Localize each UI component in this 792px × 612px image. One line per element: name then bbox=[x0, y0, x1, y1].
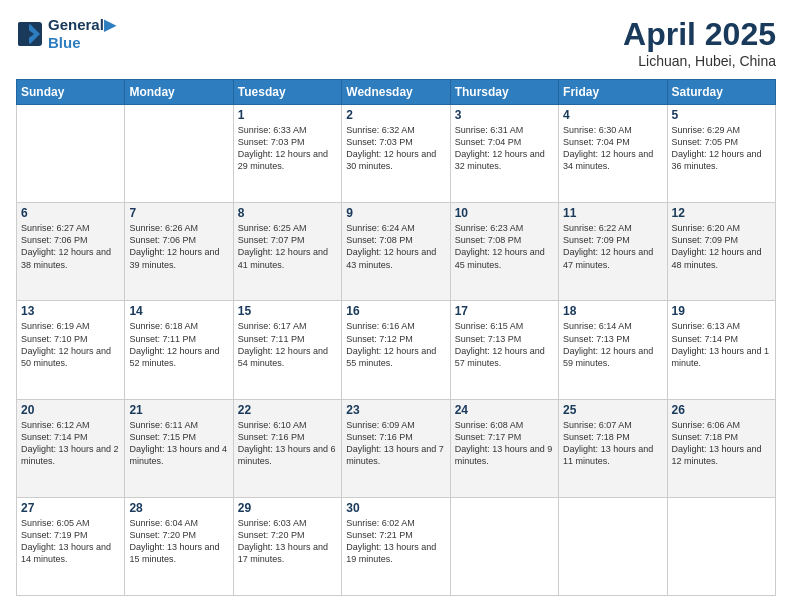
cell-info: Sunrise: 6:10 AM Sunset: 7:16 PM Dayligh… bbox=[238, 419, 337, 468]
col-monday: Monday bbox=[125, 80, 233, 105]
table-cell: 12Sunrise: 6:20 AM Sunset: 7:09 PM Dayli… bbox=[667, 203, 775, 301]
day-number: 1 bbox=[238, 108, 337, 122]
cell-info: Sunrise: 6:04 AM Sunset: 7:20 PM Dayligh… bbox=[129, 517, 228, 566]
cell-info: Sunrise: 6:07 AM Sunset: 7:18 PM Dayligh… bbox=[563, 419, 662, 468]
month-title: April 2025 bbox=[623, 16, 776, 53]
day-number: 5 bbox=[672, 108, 771, 122]
cell-info: Sunrise: 6:15 AM Sunset: 7:13 PM Dayligh… bbox=[455, 320, 554, 369]
title-block: April 2025 Lichuan, Hubei, China bbox=[623, 16, 776, 69]
page: General▶ Blue April 2025 Lichuan, Hubei,… bbox=[0, 0, 792, 612]
day-number: 8 bbox=[238, 206, 337, 220]
cell-info: Sunrise: 6:23 AM Sunset: 7:08 PM Dayligh… bbox=[455, 222, 554, 271]
cell-info: Sunrise: 6:09 AM Sunset: 7:16 PM Dayligh… bbox=[346, 419, 445, 468]
svg-rect-2 bbox=[18, 22, 29, 46]
cell-info: Sunrise: 6:14 AM Sunset: 7:13 PM Dayligh… bbox=[563, 320, 662, 369]
table-cell bbox=[17, 105, 125, 203]
calendar-week-row: 1Sunrise: 6:33 AM Sunset: 7:03 PM Daylig… bbox=[17, 105, 776, 203]
table-cell: 4Sunrise: 6:30 AM Sunset: 7:04 PM Daylig… bbox=[559, 105, 667, 203]
table-cell: 11Sunrise: 6:22 AM Sunset: 7:09 PM Dayli… bbox=[559, 203, 667, 301]
day-number: 21 bbox=[129, 403, 228, 417]
table-cell bbox=[559, 497, 667, 595]
day-number: 2 bbox=[346, 108, 445, 122]
cell-info: Sunrise: 6:03 AM Sunset: 7:20 PM Dayligh… bbox=[238, 517, 337, 566]
cell-info: Sunrise: 6:20 AM Sunset: 7:09 PM Dayligh… bbox=[672, 222, 771, 271]
table-cell: 2Sunrise: 6:32 AM Sunset: 7:03 PM Daylig… bbox=[342, 105, 450, 203]
cell-info: Sunrise: 6:17 AM Sunset: 7:11 PM Dayligh… bbox=[238, 320, 337, 369]
cell-info: Sunrise: 6:13 AM Sunset: 7:14 PM Dayligh… bbox=[672, 320, 771, 369]
table-cell: 22Sunrise: 6:10 AM Sunset: 7:16 PM Dayli… bbox=[233, 399, 341, 497]
cell-info: Sunrise: 6:31 AM Sunset: 7:04 PM Dayligh… bbox=[455, 124, 554, 173]
col-sunday: Sunday bbox=[17, 80, 125, 105]
logo-text: General▶ Blue bbox=[48, 16, 116, 52]
table-cell: 6Sunrise: 6:27 AM Sunset: 7:06 PM Daylig… bbox=[17, 203, 125, 301]
cell-info: Sunrise: 6:11 AM Sunset: 7:15 PM Dayligh… bbox=[129, 419, 228, 468]
cell-info: Sunrise: 6:25 AM Sunset: 7:07 PM Dayligh… bbox=[238, 222, 337, 271]
calendar-table: Sunday Monday Tuesday Wednesday Thursday… bbox=[16, 79, 776, 596]
table-cell: 17Sunrise: 6:15 AM Sunset: 7:13 PM Dayli… bbox=[450, 301, 558, 399]
calendar-week-row: 27Sunrise: 6:05 AM Sunset: 7:19 PM Dayli… bbox=[17, 497, 776, 595]
cell-info: Sunrise: 6:19 AM Sunset: 7:10 PM Dayligh… bbox=[21, 320, 120, 369]
table-cell: 16Sunrise: 6:16 AM Sunset: 7:12 PM Dayli… bbox=[342, 301, 450, 399]
day-number: 7 bbox=[129, 206, 228, 220]
table-cell: 13Sunrise: 6:19 AM Sunset: 7:10 PM Dayli… bbox=[17, 301, 125, 399]
cell-info: Sunrise: 6:18 AM Sunset: 7:11 PM Dayligh… bbox=[129, 320, 228, 369]
cell-info: Sunrise: 6:26 AM Sunset: 7:06 PM Dayligh… bbox=[129, 222, 228, 271]
day-number: 25 bbox=[563, 403, 662, 417]
table-cell: 21Sunrise: 6:11 AM Sunset: 7:15 PM Dayli… bbox=[125, 399, 233, 497]
day-number: 4 bbox=[563, 108, 662, 122]
day-number: 20 bbox=[21, 403, 120, 417]
day-number: 19 bbox=[672, 304, 771, 318]
cell-info: Sunrise: 6:22 AM Sunset: 7:09 PM Dayligh… bbox=[563, 222, 662, 271]
table-cell: 23Sunrise: 6:09 AM Sunset: 7:16 PM Dayli… bbox=[342, 399, 450, 497]
table-cell: 18Sunrise: 6:14 AM Sunset: 7:13 PM Dayli… bbox=[559, 301, 667, 399]
day-number: 26 bbox=[672, 403, 771, 417]
table-cell bbox=[125, 105, 233, 203]
table-cell: 24Sunrise: 6:08 AM Sunset: 7:17 PM Dayli… bbox=[450, 399, 558, 497]
cell-info: Sunrise: 6:12 AM Sunset: 7:14 PM Dayligh… bbox=[21, 419, 120, 468]
table-cell: 20Sunrise: 6:12 AM Sunset: 7:14 PM Dayli… bbox=[17, 399, 125, 497]
day-number: 6 bbox=[21, 206, 120, 220]
calendar-week-row: 13Sunrise: 6:19 AM Sunset: 7:10 PM Dayli… bbox=[17, 301, 776, 399]
day-number: 30 bbox=[346, 501, 445, 515]
logo: General▶ Blue bbox=[16, 16, 116, 52]
cell-info: Sunrise: 6:24 AM Sunset: 7:08 PM Dayligh… bbox=[346, 222, 445, 271]
col-wednesday: Wednesday bbox=[342, 80, 450, 105]
day-number: 23 bbox=[346, 403, 445, 417]
cell-info: Sunrise: 6:06 AM Sunset: 7:18 PM Dayligh… bbox=[672, 419, 771, 468]
calendar-week-row: 20Sunrise: 6:12 AM Sunset: 7:14 PM Dayli… bbox=[17, 399, 776, 497]
col-saturday: Saturday bbox=[667, 80, 775, 105]
table-cell: 10Sunrise: 6:23 AM Sunset: 7:08 PM Dayli… bbox=[450, 203, 558, 301]
table-cell: 3Sunrise: 6:31 AM Sunset: 7:04 PM Daylig… bbox=[450, 105, 558, 203]
col-friday: Friday bbox=[559, 80, 667, 105]
day-number: 17 bbox=[455, 304, 554, 318]
header: General▶ Blue April 2025 Lichuan, Hubei,… bbox=[16, 16, 776, 69]
cell-info: Sunrise: 6:32 AM Sunset: 7:03 PM Dayligh… bbox=[346, 124, 445, 173]
day-number: 22 bbox=[238, 403, 337, 417]
cell-info: Sunrise: 6:16 AM Sunset: 7:12 PM Dayligh… bbox=[346, 320, 445, 369]
day-number: 13 bbox=[21, 304, 120, 318]
day-number: 15 bbox=[238, 304, 337, 318]
logo-icon bbox=[16, 20, 44, 48]
table-cell bbox=[450, 497, 558, 595]
table-cell: 1Sunrise: 6:33 AM Sunset: 7:03 PM Daylig… bbox=[233, 105, 341, 203]
day-number: 14 bbox=[129, 304, 228, 318]
day-number: 18 bbox=[563, 304, 662, 318]
table-cell: 14Sunrise: 6:18 AM Sunset: 7:11 PM Dayli… bbox=[125, 301, 233, 399]
col-tuesday: Tuesday bbox=[233, 80, 341, 105]
location: Lichuan, Hubei, China bbox=[623, 53, 776, 69]
table-cell: 25Sunrise: 6:07 AM Sunset: 7:18 PM Dayli… bbox=[559, 399, 667, 497]
cell-info: Sunrise: 6:29 AM Sunset: 7:05 PM Dayligh… bbox=[672, 124, 771, 173]
day-number: 11 bbox=[563, 206, 662, 220]
table-cell: 30Sunrise: 6:02 AM Sunset: 7:21 PM Dayli… bbox=[342, 497, 450, 595]
day-number: 27 bbox=[21, 501, 120, 515]
table-cell: 7Sunrise: 6:26 AM Sunset: 7:06 PM Daylig… bbox=[125, 203, 233, 301]
day-number: 10 bbox=[455, 206, 554, 220]
table-cell: 29Sunrise: 6:03 AM Sunset: 7:20 PM Dayli… bbox=[233, 497, 341, 595]
cell-info: Sunrise: 6:33 AM Sunset: 7:03 PM Dayligh… bbox=[238, 124, 337, 173]
cell-info: Sunrise: 6:05 AM Sunset: 7:19 PM Dayligh… bbox=[21, 517, 120, 566]
cell-info: Sunrise: 6:30 AM Sunset: 7:04 PM Dayligh… bbox=[563, 124, 662, 173]
day-number: 28 bbox=[129, 501, 228, 515]
table-cell: 5Sunrise: 6:29 AM Sunset: 7:05 PM Daylig… bbox=[667, 105, 775, 203]
table-cell bbox=[667, 497, 775, 595]
table-cell: 19Sunrise: 6:13 AM Sunset: 7:14 PM Dayli… bbox=[667, 301, 775, 399]
